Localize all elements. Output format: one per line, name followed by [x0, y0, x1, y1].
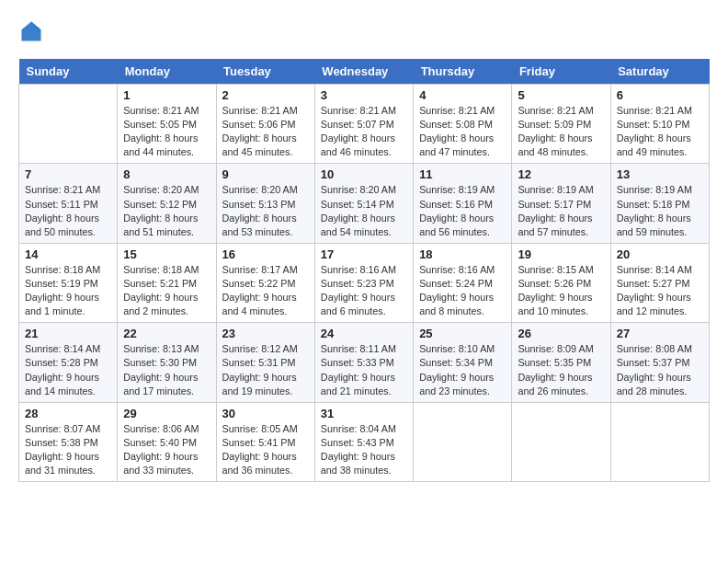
weekday-header: Saturday [610, 59, 709, 85]
calendar-cell: 29Sunrise: 8:06 AMSunset: 5:40 PMDayligh… [118, 402, 216, 481]
day-number: 3 [321, 88, 407, 102]
calendar-table: SundayMondayTuesdayWednesdayThursdayFrid… [18, 59, 710, 482]
day-info: Sunrise: 8:08 AMSunset: 5:37 PMDaylight:… [617, 342, 703, 397]
day-info: Sunrise: 8:18 AMSunset: 5:19 PMDaylight:… [25, 263, 111, 318]
day-number: 26 [518, 327, 604, 340]
day-number: 17 [321, 247, 407, 261]
calendar-cell: 18Sunrise: 8:16 AMSunset: 5:24 PMDayligh… [414, 243, 512, 322]
calendar-cell: 27Sunrise: 8:08 AMSunset: 5:37 PMDayligh… [610, 323, 709, 402]
day-number: 11 [419, 167, 506, 181]
day-number: 25 [419, 327, 506, 340]
calendar-cell: 2Sunrise: 8:21 AMSunset: 5:06 PMDaylight… [216, 85, 314, 164]
calendar-week-row: 7Sunrise: 8:21 AMSunset: 5:11 PMDaylight… [19, 164, 710, 243]
day-info: Sunrise: 8:20 AMSunset: 5:12 PMDaylight:… [123, 183, 210, 238]
day-number: 20 [617, 247, 703, 261]
weekday-header: Wednesday [314, 59, 413, 85]
calendar-cell: 10Sunrise: 8:20 AMSunset: 5:14 PMDayligh… [314, 164, 413, 243]
day-number: 12 [518, 167, 604, 181]
calendar-cell: 28Sunrise: 8:07 AMSunset: 5:38 PMDayligh… [19, 402, 118, 481]
day-number: 30 [222, 407, 309, 420]
day-info: Sunrise: 8:21 AMSunset: 5:07 PMDaylight:… [321, 104, 407, 159]
day-number: 31 [321, 407, 407, 420]
weekday-header: Sunday [19, 59, 118, 85]
day-info: Sunrise: 8:14 AMSunset: 5:27 PMDaylight:… [617, 263, 703, 318]
day-info: Sunrise: 8:18 AMSunset: 5:21 PMDaylight:… [123, 263, 210, 318]
day-info: Sunrise: 8:19 AMSunset: 5:18 PMDaylight:… [617, 183, 703, 238]
calendar-cell [414, 402, 512, 481]
weekday-header: Friday [512, 59, 610, 85]
day-number: 6 [617, 88, 703, 102]
weekday-header: Tuesday [216, 59, 314, 85]
day-number: 10 [321, 167, 407, 181]
calendar-cell: 20Sunrise: 8:14 AMSunset: 5:27 PMDayligh… [610, 243, 709, 322]
day-info: Sunrise: 8:10 AMSunset: 5:34 PMDaylight:… [419, 342, 506, 397]
day-number: 13 [617, 167, 703, 181]
calendar-cell: 22Sunrise: 8:13 AMSunset: 5:30 PMDayligh… [118, 323, 216, 402]
day-info: Sunrise: 8:06 AMSunset: 5:40 PMDaylight:… [123, 422, 210, 477]
calendar-cell [512, 402, 610, 481]
calendar-week-row: 28Sunrise: 8:07 AMSunset: 5:38 PMDayligh… [19, 402, 710, 481]
calendar-week-row: 1Sunrise: 8:21 AMSunset: 5:05 PMDaylight… [19, 85, 710, 164]
day-info: Sunrise: 8:11 AMSunset: 5:33 PMDaylight:… [321, 342, 407, 397]
calendar-cell: 5Sunrise: 8:21 AMSunset: 5:09 PMDaylight… [512, 85, 610, 164]
day-info: Sunrise: 8:14 AMSunset: 5:28 PMDaylight:… [25, 342, 111, 397]
day-info: Sunrise: 8:21 AMSunset: 5:06 PMDaylight:… [222, 104, 309, 159]
day-number: 8 [123, 167, 210, 181]
calendar-cell: 6Sunrise: 8:21 AMSunset: 5:10 PMDaylight… [610, 85, 709, 164]
calendar-cell: 16Sunrise: 8:17 AMSunset: 5:22 PMDayligh… [216, 243, 314, 322]
day-info: Sunrise: 8:21 AMSunset: 5:05 PMDaylight:… [123, 104, 210, 159]
day-info: Sunrise: 8:19 AMSunset: 5:16 PMDaylight:… [419, 183, 506, 238]
day-info: Sunrise: 8:19 AMSunset: 5:17 PMDaylight:… [518, 183, 604, 238]
day-number: 22 [123, 327, 210, 340]
calendar-cell: 17Sunrise: 8:16 AMSunset: 5:23 PMDayligh… [314, 243, 413, 322]
calendar-week-row: 14Sunrise: 8:18 AMSunset: 5:19 PMDayligh… [19, 243, 710, 322]
weekday-header: Thursday [414, 59, 512, 85]
day-info: Sunrise: 8:21 AMSunset: 5:10 PMDaylight:… [617, 104, 703, 159]
day-number: 9 [222, 167, 309, 181]
day-number: 19 [518, 247, 604, 261]
calendar-cell: 9Sunrise: 8:20 AMSunset: 5:13 PMDaylight… [216, 164, 314, 243]
calendar-cell: 4Sunrise: 8:21 AMSunset: 5:08 PMDaylight… [414, 85, 512, 164]
calendar-cell: 26Sunrise: 8:09 AMSunset: 5:35 PMDayligh… [512, 323, 610, 402]
day-info: Sunrise: 8:16 AMSunset: 5:23 PMDaylight:… [321, 263, 407, 318]
calendar-cell: 11Sunrise: 8:19 AMSunset: 5:16 PMDayligh… [414, 164, 512, 243]
day-number: 16 [222, 247, 309, 261]
day-info: Sunrise: 8:12 AMSunset: 5:31 PMDaylight:… [222, 342, 309, 397]
day-info: Sunrise: 8:21 AMSunset: 5:08 PMDaylight:… [419, 104, 506, 159]
day-info: Sunrise: 8:13 AMSunset: 5:30 PMDaylight:… [123, 342, 210, 397]
page-header [18, 18, 710, 44]
day-number: 23 [222, 327, 309, 340]
calendar-cell: 31Sunrise: 8:04 AMSunset: 5:43 PMDayligh… [314, 402, 413, 481]
day-number: 21 [25, 327, 111, 340]
day-number: 18 [419, 247, 506, 261]
weekday-header-row: SundayMondayTuesdayWednesdayThursdayFrid… [19, 59, 710, 85]
day-info: Sunrise: 8:04 AMSunset: 5:43 PMDaylight:… [321, 422, 407, 477]
day-number: 15 [123, 247, 210, 261]
calendar-cell: 30Sunrise: 8:05 AMSunset: 5:41 PMDayligh… [216, 402, 314, 481]
day-info: Sunrise: 8:21 AMSunset: 5:09 PMDaylight:… [518, 104, 604, 159]
logo-icon [18, 18, 44, 44]
day-number: 28 [25, 407, 111, 420]
calendar-cell: 15Sunrise: 8:18 AMSunset: 5:21 PMDayligh… [118, 243, 216, 322]
day-number: 2 [222, 88, 309, 102]
day-number: 1 [123, 88, 210, 102]
day-info: Sunrise: 8:20 AMSunset: 5:14 PMDaylight:… [321, 183, 407, 238]
day-number: 4 [419, 88, 506, 102]
calendar-week-row: 21Sunrise: 8:14 AMSunset: 5:28 PMDayligh… [19, 323, 710, 402]
calendar-cell: 19Sunrise: 8:15 AMSunset: 5:26 PMDayligh… [512, 243, 610, 322]
calendar-cell: 13Sunrise: 8:19 AMSunset: 5:18 PMDayligh… [610, 164, 709, 243]
calendar-cell: 25Sunrise: 8:10 AMSunset: 5:34 PMDayligh… [414, 323, 512, 402]
weekday-header: Monday [118, 59, 216, 85]
day-number: 7 [25, 167, 111, 181]
day-info: Sunrise: 8:15 AMSunset: 5:26 PMDaylight:… [518, 263, 604, 318]
day-number: 27 [617, 327, 703, 340]
calendar-cell: 8Sunrise: 8:20 AMSunset: 5:12 PMDaylight… [118, 164, 216, 243]
day-number: 29 [123, 407, 210, 420]
calendar-cell: 3Sunrise: 8:21 AMSunset: 5:07 PMDaylight… [314, 85, 413, 164]
calendar-cell [19, 85, 118, 164]
calendar-cell: 12Sunrise: 8:19 AMSunset: 5:17 PMDayligh… [512, 164, 610, 243]
calendar-cell: 21Sunrise: 8:14 AMSunset: 5:28 PMDayligh… [19, 323, 118, 402]
day-info: Sunrise: 8:21 AMSunset: 5:11 PMDaylight:… [25, 183, 111, 238]
day-number: 5 [518, 88, 604, 102]
day-info: Sunrise: 8:07 AMSunset: 5:38 PMDaylight:… [25, 422, 111, 477]
